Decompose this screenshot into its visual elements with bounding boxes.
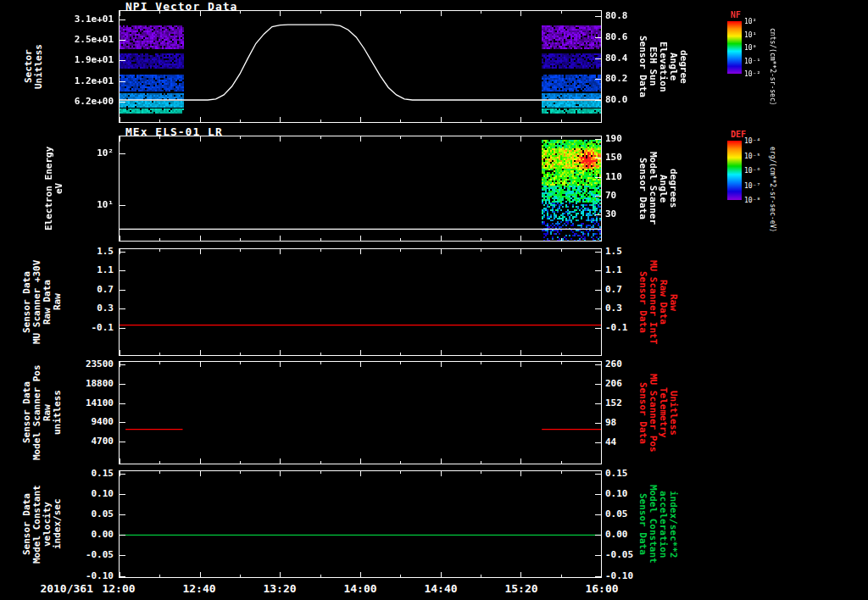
tick-mark (280, 236, 281, 241)
tick-mark (360, 572, 361, 577)
y-tick-label-right: 152 (605, 398, 622, 408)
tick-mark (159, 461, 160, 464)
tick-mark (561, 461, 562, 464)
y-tick-label-left: 3.1e+01 (75, 14, 114, 24)
tick-mark (561, 249, 562, 252)
tick-mark (595, 308, 601, 309)
y-tick-label-right: 80.6 (605, 32, 628, 42)
y-tick-label-left: 14100 (86, 398, 114, 408)
tick-mark (120, 11, 120, 16)
tick-mark (360, 136, 361, 142)
left-axis-tick-labels: 1.51.10.70.3-0.1 (0, 248, 114, 356)
tick-mark (240, 249, 241, 252)
tick-mark (441, 471, 442, 476)
y-tick-label-right: -0.05 (605, 550, 633, 559)
tick-mark (561, 136, 562, 139)
y-tick-label-left: 4700 (92, 436, 114, 446)
tick-mark (120, 403, 125, 404)
npi-series-svg (120, 11, 601, 122)
tick-mark (520, 471, 521, 476)
tick-mark (120, 236, 120, 241)
tick-mark (520, 458, 521, 464)
tick-mark (595, 177, 601, 178)
y-tick-label-left: 2.5e+01 (75, 35, 114, 44)
tick-mark (595, 196, 601, 197)
tick-mark (400, 136, 401, 139)
panel-scanner-pos: Sensor Data Model Scanner Pos Raw unitle… (0, 361, 868, 464)
y-tick-label-left: 6.2e+00 (75, 97, 114, 106)
tick-mark (159, 119, 160, 122)
y-tick-label-left: 0.7 (97, 285, 114, 294)
colorbar-unit-label: erg/(cm**2-sr-sec-eV) (769, 131, 776, 248)
date-label: 2010/361 (24, 582, 93, 595)
tick-mark (280, 136, 281, 142)
tick-mark (320, 11, 321, 14)
tick-mark (601, 236, 602, 241)
tick-mark (159, 11, 160, 14)
series-esh-sun-elevation (120, 25, 601, 100)
tick-mark (360, 350, 361, 355)
y-tick-label-right: 0.00 (605, 530, 628, 539)
tick-mark (200, 249, 201, 254)
tick-mark (280, 572, 281, 577)
plot-area-model-constant (119, 470, 602, 578)
left-axis-tick-labels: 23500188001410094004700 (0, 361, 114, 464)
model-constant-series-svg (120, 471, 601, 577)
tick-mark (400, 471, 401, 474)
y-tick-label-left: 9400 (92, 417, 114, 426)
tick-mark (320, 362, 321, 364)
tick-mark (240, 461, 241, 464)
tick-mark (120, 40, 125, 41)
tick-mark (200, 236, 201, 241)
colorbar-tick-label: 10⁻⁷ (744, 182, 760, 190)
x-tick-label: 14:00 (335, 582, 386, 595)
tick-mark (561, 353, 562, 355)
tick-mark (520, 249, 521, 254)
tick-mark (320, 238, 321, 241)
left-axis-tick-labels: 10²10¹ (0, 136, 114, 242)
tick-mark (120, 364, 125, 365)
tick-mark (159, 575, 160, 577)
right-axis-tick-labels: 80.880.680.480.280.0 (605, 10, 646, 123)
tick-mark (441, 117, 442, 122)
tick-mark (200, 471, 201, 476)
tick-mark (441, 572, 442, 577)
tick-mark (601, 471, 602, 476)
tick-mark (200, 572, 201, 577)
y-tick-label-right: 0.7 (605, 285, 622, 294)
y-tick-label-left: 18800 (86, 379, 114, 388)
y-tick-label-right: 0.10 (605, 489, 628, 498)
tick-mark (400, 249, 401, 252)
colorbar-gradient (727, 141, 742, 200)
plot-area-scanner-pos (119, 361, 602, 464)
tick-mark (200, 136, 201, 142)
tick-mark (520, 350, 521, 355)
tick-mark (320, 249, 321, 252)
y-tick-label-left: 0.15 (92, 469, 114, 478)
tick-mark (601, 117, 602, 122)
y-tick-label-left: 1.9e+01 (75, 55, 114, 64)
tick-mark (561, 471, 562, 474)
x-tick-label: 14:40 (415, 582, 466, 595)
y-tick-label-right: -0.10 (605, 571, 633, 581)
tick-mark (520, 11, 521, 16)
tick-mark (120, 535, 125, 536)
tick-mark (595, 139, 601, 140)
y-tick-label-left: 1.1 (97, 265, 114, 275)
tick-mark (240, 238, 241, 241)
colorbar-tick-label: 10² (744, 18, 756, 25)
tick-mark (240, 136, 241, 139)
tick-mark (601, 249, 602, 254)
y-tick-label-right: 70 (605, 191, 616, 200)
tick-mark (481, 471, 481, 474)
tick-mark (320, 471, 321, 474)
tick-mark (120, 442, 125, 442)
tick-mark (280, 458, 281, 464)
tick-mark (601, 136, 602, 142)
colorbar-tick-label: 10⁻² (744, 70, 760, 78)
tick-mark (400, 11, 401, 14)
y-tick-label-left: 10¹ (97, 200, 114, 209)
y-tick-label-left: 0.3 (97, 303, 114, 313)
panel-model-constant: Sensor Data Model Constant velocity inde… (0, 470, 868, 578)
left-axis-tick-labels: 3.1e+012.5e+011.9e+011.2e+016.2e+00 (0, 10, 114, 123)
